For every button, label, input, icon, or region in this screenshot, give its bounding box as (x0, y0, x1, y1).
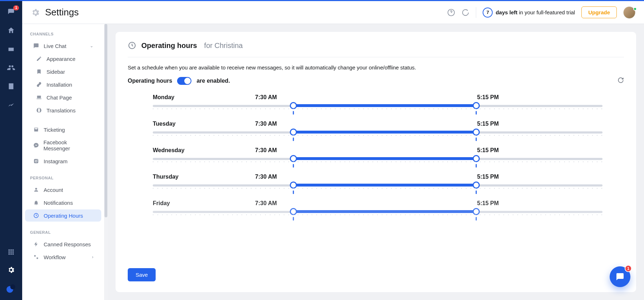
day-end: 5:15 PM (378, 200, 503, 207)
day-end: 5:15 PM (378, 147, 503, 154)
settings-sidebar: CHANNELS Live Chat ⌄ Appearance Sidebar (22, 24, 104, 300)
op-hours-toggle[interactable] (177, 77, 191, 85)
sidebar-item-translations[interactable]: Translations (25, 104, 101, 116)
chevron-right-icon: › (92, 255, 93, 260)
sidebar-item-fb-messenger[interactable]: Facebook Messenger (25, 136, 101, 154)
op-hours-label: Operating hours (128, 78, 172, 84)
laptop-icon (36, 94, 42, 101)
slider-handle-start[interactable] (290, 102, 297, 109)
slider-handle-end[interactable] (473, 155, 480, 162)
day-name: Friday (153, 200, 253, 207)
rail-inbox[interactable]: 1 (7, 8, 15, 16)
day-name: Tuesday (153, 121, 253, 127)
user-icon (33, 187, 39, 193)
section-general: GENERAL (22, 229, 104, 238)
day-start: 7:30 AM (253, 174, 378, 180)
sidebar-item-installation[interactable]: Installation (25, 78, 101, 91)
header: Settings 7 days left in your full-featur… (22, 1, 644, 24)
svg-point-1 (10, 284, 15, 289)
day-slider[interactable] (153, 131, 602, 134)
rail-home[interactable] (7, 26, 15, 35)
link-icon (36, 81, 42, 88)
trial-status: 7 days left in your full-featured trial (483, 8, 575, 18)
day-name: Thursday (153, 174, 253, 180)
rail-logo (6, 284, 16, 294)
rail-apps[interactable] (7, 248, 15, 256)
sidebar-item-workflow[interactable]: Workflow › (25, 251, 101, 263)
svg-point-6 (37, 160, 38, 160)
day-name: Monday (153, 94, 253, 101)
clock-icon (33, 212, 39, 219)
clock-icon (128, 41, 136, 50)
gear-icon (31, 8, 40, 17)
chevron-down-icon: ⌄ (90, 43, 93, 48)
day-end: 5:15 PM (378, 121, 503, 127)
sidebar-item-canned[interactable]: Canned Responses (25, 238, 101, 250)
sidebar-item-sidebar[interactable]: Sidebar (25, 66, 101, 78)
slider-handle-end[interactable] (473, 129, 480, 136)
globe-icon (36, 107, 42, 113)
mail-icon (33, 126, 39, 133)
card-title: Operating hours (141, 42, 197, 50)
sidebar-item-notifications[interactable]: Notifications (25, 197, 101, 209)
slider-handle-end[interactable] (473, 102, 480, 109)
nav-rail: 1 (0, 1, 22, 300)
day-start: 7:30 AM (253, 147, 378, 154)
day-end: 5:15 PM (378, 174, 503, 180)
chat-fab[interactable]: 1 (610, 266, 630, 287)
day-slider[interactable] (153, 157, 602, 161)
slider-handle-start[interactable] (290, 182, 297, 189)
page-title: Settings (45, 7, 79, 18)
avatar[interactable] (623, 6, 635, 19)
sidebar-item-operating-hours[interactable]: Operating Hours (25, 209, 101, 222)
day-slider[interactable] (153, 104, 602, 108)
day-start: 7:30 AM (253, 200, 378, 207)
messenger-icon (33, 142, 39, 149)
presence-dot (633, 7, 637, 11)
help-icon[interactable] (447, 9, 455, 16)
slider-handle-start[interactable] (290, 208, 297, 215)
card-subtitle: for Christina (204, 42, 243, 50)
sidebar-item-live-chat[interactable]: Live Chat ⌄ (25, 40, 101, 52)
day-slider[interactable] (153, 184, 602, 187)
rail-inbox-badge: 1 (13, 5, 19, 10)
day-name: Wednesday (153, 147, 253, 154)
chat-fab-badge: 1 (625, 265, 632, 272)
rail-bot[interactable] (7, 45, 15, 53)
divider (476, 7, 476, 18)
upgrade-button[interactable]: Upgrade (581, 6, 617, 18)
slider-handle-end[interactable] (473, 182, 480, 189)
sidebar-item-ticketing[interactable]: Ticketing (25, 124, 101, 136)
chat-icon (33, 43, 39, 49)
schedule-day: Thursday7:30 AM5:15 PM (153, 174, 602, 187)
section-channels: CHANNELS (22, 30, 104, 40)
bookmark-icon (36, 68, 42, 75)
slider-handle-end[interactable] (473, 208, 480, 215)
slider-handle-start[interactable] (290, 155, 297, 162)
rail-reports[interactable] (7, 101, 15, 109)
sidebar-item-appearance[interactable]: Appearance (25, 53, 101, 65)
save-button[interactable]: Save (128, 268, 156, 281)
op-hours-status: are enabled. (196, 78, 230, 84)
rail-crm[interactable] (7, 82, 15, 91)
sidebar-item-instagram[interactable]: Instagram (25, 155, 101, 167)
day-slider[interactable] (153, 210, 602, 214)
schedule-day: Monday7:30 AM5:15 PM (153, 94, 602, 108)
sync-icon[interactable] (462, 9, 469, 16)
sidebar-item-chat-page[interactable]: Chat Page (25, 91, 101, 103)
sidebar-item-account[interactable]: Account (25, 184, 101, 196)
svg-point-3 (463, 9, 469, 15)
bell-icon (33, 199, 39, 206)
rail-settings[interactable] (7, 266, 15, 274)
sidebar-scrollbar[interactable] (104, 24, 108, 300)
instagram-icon (33, 158, 39, 164)
refresh-icon[interactable] (618, 77, 624, 85)
workflow-icon (33, 254, 39, 260)
bolt-icon (33, 241, 39, 247)
content-area: Operating hours for Christina Set a sche… (108, 24, 644, 300)
day-end: 5:15 PM (378, 94, 503, 101)
day-start: 7:30 AM (253, 94, 378, 101)
section-personal: PERSONAL (22, 174, 104, 184)
slider-handle-start[interactable] (290, 129, 297, 136)
rail-contacts[interactable] (7, 63, 15, 72)
